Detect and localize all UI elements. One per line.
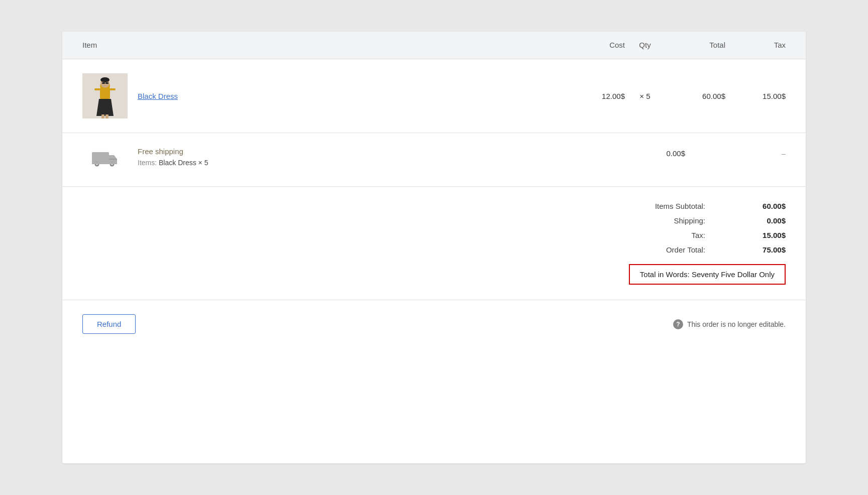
subtotal-row: Items Subtotal: 60.00$ <box>625 202 786 210</box>
totals-inner: Items Subtotal: 60.00$ Shipping: 0.00$ T… <box>82 202 786 285</box>
subtotal-label: Items Subtotal: <box>625 202 705 210</box>
shipping-row: Free shipping Items: Black Dress × 5 0.0… <box>62 133 806 187</box>
qty-separator: × <box>639 92 644 100</box>
not-editable-text: This order is no longer editable. <box>687 320 786 328</box>
product-qty: × 5 <box>625 92 665 100</box>
shipping-total-label: Shipping: <box>625 216 705 225</box>
svg-rect-12 <box>101 114 104 118</box>
total-in-words-box: Total in Words: Seventy Five Dollar Only <box>629 264 786 285</box>
svg-rect-13 <box>105 114 108 118</box>
header-item: Item <box>82 41 97 49</box>
svg-point-7 <box>100 77 110 82</box>
svg-rect-5 <box>105 82 108 84</box>
header-cost: Cost <box>609 41 625 49</box>
product-row: Black Dress 12.00$ × 5 60.00$ 15.00$ <box>62 59 806 133</box>
header-total: Total <box>709 41 725 49</box>
product-cost: 12.00$ <box>565 92 625 100</box>
not-editable-message: ? This order is no longer editable. <box>673 319 786 329</box>
shipping-items-value: Black Dress × 5 <box>159 159 208 167</box>
shipping-total: 0.00$ <box>625 147 685 158</box>
product-tax: 15.00$ <box>725 92 786 100</box>
order-total-value: 75.00$ <box>735 245 786 254</box>
shipping-total-value: 0.00$ <box>735 216 786 225</box>
tax-label: Tax: <box>625 231 705 239</box>
svg-rect-11 <box>110 88 116 90</box>
page-container: Item Cost Qty Total Tax <box>0 0 868 495</box>
header-qty: Qty <box>639 41 650 49</box>
shipping-items-text: Items: Black Dress × 5 <box>138 159 625 167</box>
svg-rect-8 <box>100 88 110 99</box>
shipping-icon <box>82 147 128 172</box>
table-header: Item Cost Qty Total Tax <box>62 32 806 59</box>
svg-rect-21 <box>92 162 117 164</box>
product-name-link[interactable]: Black Dress <box>138 92 178 100</box>
svg-marker-9 <box>96 99 114 116</box>
shipping-name: Free shipping <box>138 147 625 156</box>
svg-rect-10 <box>94 88 100 90</box>
totals-section: Items Subtotal: 60.00$ Shipping: 0.00$ T… <box>62 187 806 300</box>
shipping-items-label: Items: <box>138 159 157 167</box>
svg-rect-4 <box>102 82 105 84</box>
help-icon: ? <box>673 319 683 329</box>
qty-value: 5 <box>646 92 650 100</box>
header-tax: Tax <box>774 41 786 49</box>
product-total: 60.00$ <box>665 92 725 100</box>
product-image <box>82 73 128 118</box>
shipping-tax: – <box>725 147 786 158</box>
svg-rect-14 <box>92 152 109 163</box>
refund-button[interactable]: Refund <box>82 314 136 334</box>
order-total-row: Order Total: 75.00$ <box>625 245 786 254</box>
shipping-details: Free shipping Items: Black Dress × 5 <box>138 147 625 167</box>
tax-row: Tax: 15.00$ <box>625 231 786 239</box>
tax-value: 15.00$ <box>735 231 786 239</box>
order-total-label: Order Total: <box>625 245 705 254</box>
shipping-total-row: Shipping: 0.00$ <box>625 216 786 225</box>
order-card: Item Cost Qty Total Tax <box>62 32 806 463</box>
subtotal-value: 60.00$ <box>735 202 786 210</box>
footer-row: Refund ? This order is no longer editabl… <box>62 300 806 348</box>
total-in-words-text: Total in Words: Seventy Five Dollar Only <box>640 270 775 279</box>
